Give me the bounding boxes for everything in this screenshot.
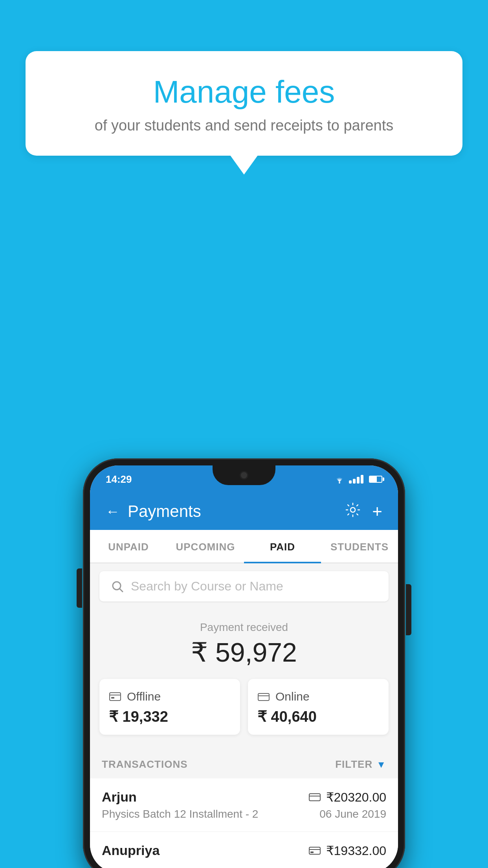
battery-icon (369, 476, 382, 483)
header-left: ← Payments (106, 502, 201, 521)
phone-outer: 14:29 (83, 458, 405, 868)
transactions-header: TRANSACTIONS FILTER ▼ (90, 750, 398, 778)
svg-rect-5 (309, 794, 320, 801)
status-icons (334, 475, 382, 484)
transaction-amount-right: ₹19332.00 (309, 843, 386, 858)
speech-bubble: Manage fees of your students and send re… (26, 51, 462, 156)
search-icon (110, 579, 125, 594)
status-time: 14:29 (106, 473, 132, 485)
offline-amount: ₹ 19,332 (109, 708, 231, 725)
svg-rect-2 (110, 693, 121, 701)
table-row[interactable]: Arjun ₹20320.00 Physics Batch 12 Install… (90, 778, 398, 832)
camera (240, 471, 248, 480)
transaction-amount-right: ₹20320.00 (309, 790, 386, 805)
bubble-title: Manage fees (49, 75, 439, 109)
svg-point-0 (339, 482, 340, 484)
settings-icon[interactable] (345, 502, 360, 521)
transaction-name: Anupriya (102, 843, 160, 858)
app-header: ← Payments + (90, 493, 398, 530)
online-label: Online (275, 690, 310, 703)
wifi-icon (334, 475, 345, 484)
back-button[interactable]: ← (106, 503, 120, 520)
header-right: + (345, 502, 382, 521)
payment-cards: Offline ₹ 19,332 Online (99, 679, 389, 735)
online-card: Online ₹ 40,640 (248, 679, 389, 735)
online-amount: ₹ 40,640 (257, 708, 379, 725)
tabs-bar: UNPAID UPCOMING PAID STUDENTS (90, 530, 398, 563)
filter-label: FILTER (335, 758, 372, 771)
phone-container: 14:29 (83, 458, 405, 868)
filter-icon: ▼ (376, 759, 386, 770)
svg-rect-6 (309, 847, 320, 854)
offline-card: Offline ₹ 19,332 (99, 679, 240, 735)
speech-bubble-container: Manage fees of your students and send re… (26, 51, 462, 156)
svg-rect-7 (310, 851, 314, 853)
filter-button[interactable]: FILTER ▼ (335, 758, 386, 771)
transaction-amount: ₹19332.00 (326, 843, 386, 858)
tab-paid[interactable]: PAID (244, 530, 321, 563)
payment-received-label: Payment received (99, 621, 389, 634)
background: Manage fees of your students and send re… (0, 0, 488, 868)
transactions-label: TRANSACTIONS (102, 758, 188, 771)
svg-rect-3 (111, 697, 114, 699)
add-button[interactable]: + (372, 502, 382, 521)
search-input[interactable]: Search by Course or Name (131, 579, 283, 594)
transaction-course: Physics Batch 12 Installment - 2 (102, 808, 258, 820)
tab-students[interactable]: STUDENTS (321, 530, 398, 563)
payment-summary: Payment received ₹ 59,972 Offli (90, 609, 398, 750)
transaction-amount: ₹20320.00 (326, 790, 386, 805)
payment-total-amount: ₹ 59,972 (99, 637, 389, 668)
online-icon (257, 690, 270, 703)
page-title: Payments (128, 502, 201, 521)
bubble-subtitle: of your students and send receipts to pa… (49, 117, 439, 134)
notch (213, 465, 275, 485)
offline-label: Offline (127, 690, 161, 703)
search-container: Search by Course or Name (90, 563, 398, 609)
status-bar: 14:29 (90, 465, 398, 493)
tab-upcoming[interactable]: UPCOMING (167, 530, 244, 563)
offline-payment-icon (309, 846, 321, 855)
search-box[interactable]: Search by Course or Name (99, 571, 389, 601)
svg-rect-4 (258, 693, 269, 701)
table-row[interactable]: Anupriya ₹19332.00 (90, 832, 398, 868)
transaction-list: Arjun ₹20320.00 Physics Batch 12 Install… (90, 778, 398, 868)
online-payment-icon (309, 793, 321, 802)
phone-screen: 14:29 (90, 465, 398, 868)
signal-icon (349, 475, 363, 484)
transaction-name: Arjun (102, 789, 137, 805)
offline-icon (109, 690, 121, 703)
transaction-date: 06 June 2019 (319, 808, 386, 820)
tab-unpaid[interactable]: UNPAID (90, 530, 167, 563)
